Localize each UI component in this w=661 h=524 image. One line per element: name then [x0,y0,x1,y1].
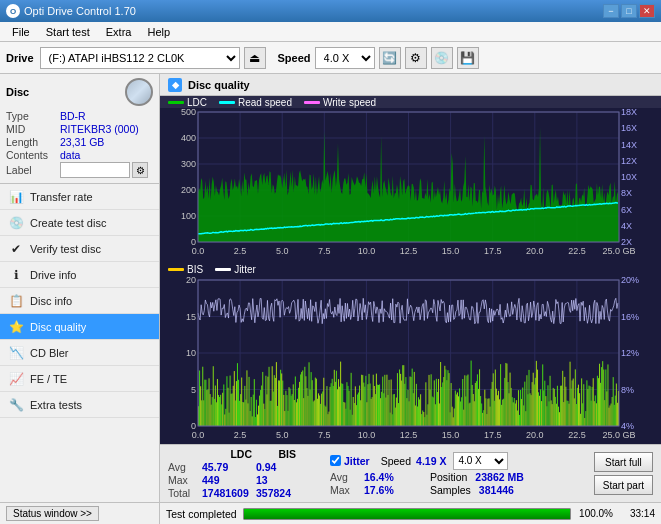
settings-button[interactable]: ⚙ [405,47,427,69]
create-test-disc-icon: 💿 [8,215,24,231]
sidebar-item-extra-tests[interactable]: 🔧 Extra tests [0,392,159,418]
sidebar-item-drive-info[interactable]: ℹ Drive info [0,262,159,288]
menu-help[interactable]: Help [139,24,178,40]
chart-title-icon: ◆ [168,78,182,92]
progress-time: 33:14 [619,508,655,519]
progress-percent: 100.0% [577,508,613,519]
disc-mid-val: RITEKBR3 (000) [60,123,139,135]
charts-container: LDC Read speed Write speed [160,96,661,444]
write-speed-legend-dot [304,101,320,104]
sidebar-item-cd-bler[interactable]: 📉 CD Bler [0,340,159,366]
max-ldc-val: 449 [202,474,252,486]
sidebar-item-disc-info[interactable]: 📋 Disc info [0,288,159,314]
speed-select[interactable]: 4.0 X [315,47,375,69]
disc-length-row: Length 23,31 GB [6,136,153,148]
start-part-button[interactable]: Start part [594,475,653,495]
progress-bar-fill [244,509,570,519]
chart-header: ◆ Disc quality [160,74,661,96]
disc-mid-key: MID [6,123,60,135]
refresh-button[interactable]: 🔄 [379,47,401,69]
eject-button[interactable]: ⏏ [244,47,266,69]
nav-list: 📊 Transfer rate 💿 Create test disc ✔ Ver… [0,184,159,418]
speed-label: Speed [278,52,311,64]
disc-type-key: Type [6,110,60,122]
sidebar-item-label: FE / TE [30,373,67,385]
disc-mid-row: MID RITEKBR3 (000) [6,123,153,135]
sidebar-item-label: Transfer rate [30,191,93,203]
legend-write-speed: Write speed [304,97,376,108]
disc-type-row: Type BD-R [6,110,153,122]
samples-label: Samples [430,484,471,496]
disc-label-input[interactable] [60,162,130,178]
drive-select[interactable]: (F:) ATAPI iHBS112 2 CL0K [40,47,240,69]
total-row: Total 17481609 357824 [168,487,306,499]
sidebar-item-transfer-rate[interactable]: 📊 Transfer rate [0,184,159,210]
ldc-chart [160,108,661,260]
start-full-button[interactable]: Start full [594,452,653,472]
bis-jitter-chart [160,276,661,444]
status-window-button[interactable]: Status window >> [6,506,99,521]
samples-val: 381446 [479,484,514,496]
drive-info-icon: ℹ [8,267,24,283]
read-speed-legend-dot [219,101,235,104]
transfer-rate-icon: 📊 [8,189,24,205]
sidebar-item-label: Disc quality [30,321,86,333]
jitter-legend-dot [215,268,231,271]
progress-bar-container [243,508,571,520]
menu-bar: File Start test Extra Help [0,22,661,42]
sidebar-item-label: CD Bler [30,347,69,359]
drive-label: Drive [6,52,34,64]
sidebar-item-label: Disc info [30,295,72,307]
ldc-header: LDC [202,448,252,460]
max-label: Max [168,474,198,486]
stats-row: LDC BIS Avg 45.79 0.94 Max 449 13 Tota [168,448,653,499]
disc-contents-row: Contents data [6,149,153,161]
disc-graphic [125,78,153,106]
legend-write-speed-label: Write speed [323,97,376,108]
avg-bis-val: 0.94 [256,461,306,473]
disc-label-row: Label ⚙ [6,162,153,178]
avg-label: Avg [168,461,198,473]
verify-test-disc-icon: ✔ [8,241,24,257]
content-area: ◆ Disc quality LDC Read speed [160,74,661,524]
legend-bis: BIS [168,264,203,275]
menu-start-test[interactable]: Start test [38,24,98,40]
avg-jitter-label: Avg [330,471,360,483]
toolbar: Drive (F:) ATAPI iHBS112 2 CL0K ⏏ Speed … [0,42,661,74]
max-jitter-row: Max 17.6% Samples 381446 [330,484,524,496]
legend-ldc: LDC [168,97,207,108]
legend-bis-label: BIS [187,264,203,275]
disc-label-button[interactable]: ⚙ [132,162,148,178]
sidebar-item-create-test-disc[interactable]: 💿 Create test disc [0,210,159,236]
status-text: Test completed [166,508,237,520]
disc-info-icon: 📋 [8,293,24,309]
jitter-checkbox[interactable] [330,455,341,466]
minimize-button[interactable]: − [603,4,619,18]
disc-quality-icon: ⭐ [8,319,24,335]
position-val: 23862 MB [475,471,523,483]
legend-read-speed: Read speed [219,97,292,108]
bis-legend-dot [168,268,184,271]
stats-bar: LDC BIS Avg 45.79 0.94 Max 449 13 Tota [160,444,661,502]
maximize-button[interactable]: □ [621,4,637,18]
disc-contents-val: data [60,149,80,161]
chart-title: Disc quality [188,79,250,91]
sidebar-item-verify-test-disc[interactable]: ✔ Verify test disc [0,236,159,262]
disc-button[interactable]: 💿 [431,47,453,69]
sidebar-item-fe-te[interactable]: 📈 FE / TE [0,366,159,392]
extra-tests-icon: 🔧 [8,397,24,413]
max-jitter-val: 17.6% [364,484,414,496]
menu-extra[interactable]: Extra [98,24,140,40]
sidebar-item-disc-quality[interactable]: ⭐ Disc quality [0,314,159,340]
menu-file[interactable]: File [4,24,38,40]
disc-length-val: 23,31 GB [60,136,104,148]
avg-ldc-val: 45.79 [202,461,252,473]
title-bar-controls[interactable]: − □ ✕ [603,4,655,18]
max-bis-val: 13 [256,474,306,486]
close-button[interactable]: ✕ [639,4,655,18]
save-button[interactable]: 💾 [457,47,479,69]
speed-dropdown[interactable]: 4.0 X [453,452,508,470]
legend-jitter-label: Jitter [234,264,256,275]
ldc-legend-dot [168,101,184,104]
title-bar: O Opti Drive Control 1.70 − □ ✕ [0,0,661,22]
